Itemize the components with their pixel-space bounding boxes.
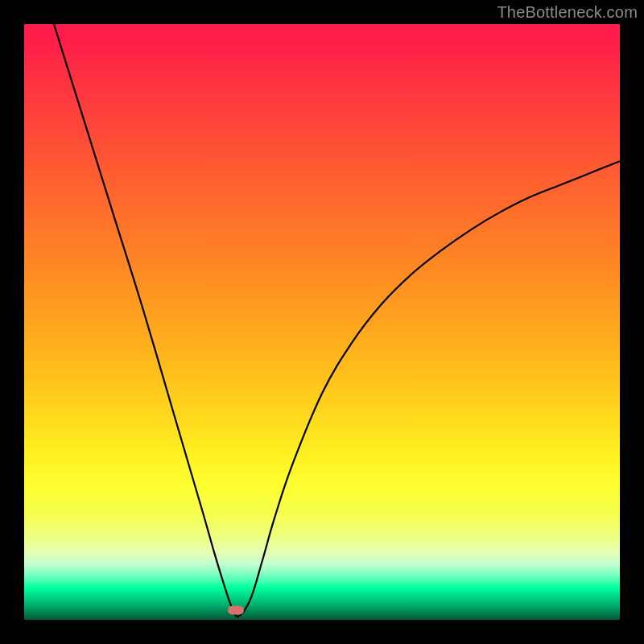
optimal-point-marker xyxy=(228,606,244,615)
watermark-text: TheBottleneck.com xyxy=(497,3,638,22)
bottleneck-curve xyxy=(24,24,620,620)
chart-frame: TheBottleneck.com xyxy=(0,0,644,644)
plot-area xyxy=(24,24,620,620)
